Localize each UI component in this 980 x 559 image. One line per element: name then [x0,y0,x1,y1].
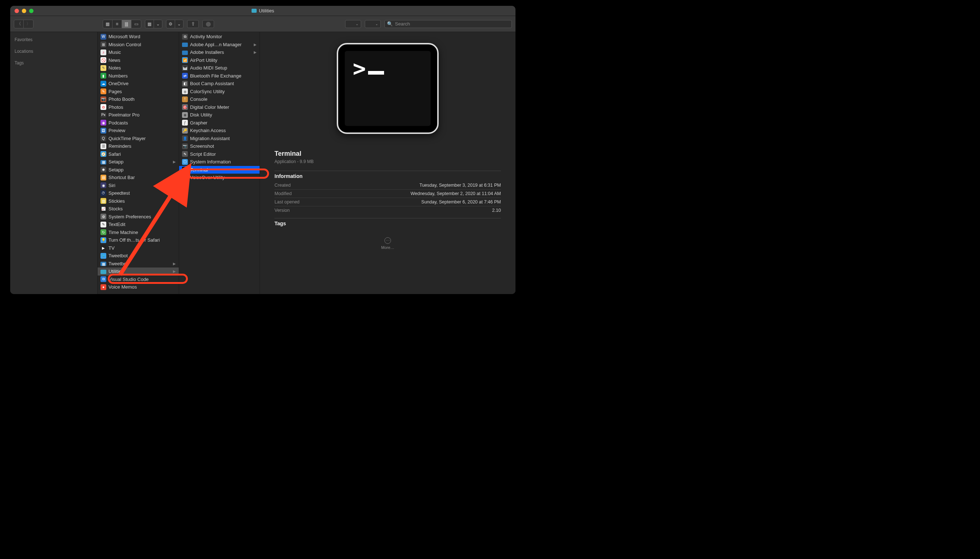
share-icon: ⇧ [191,21,195,26]
list-item[interactable]: Adobe Installers▶ [179,48,260,56]
path-dropdown-1[interactable]: ⌄ [345,20,361,28]
list-item[interactable]: ✎Notes [98,64,179,72]
sidebar-favorites-heading[interactable]: Favorites [15,35,93,45]
list-item[interactable]: ▤Shortcut Bar [98,174,179,182]
search-input[interactable]: 🔍 Search [384,20,512,28]
list-item[interactable]: ●Voice Memos [98,283,179,291]
list-item[interactable]: ⧉Visual Studio Code [98,276,179,283]
info-value: Tuesday, September 3, 2019 at 6:31 PM [419,183,501,188]
list-item[interactable]: ⇄Bluetooth File Exchange [179,72,260,80]
more-button[interactable]: ⋯ More… [275,237,501,250]
sidebar-locations-heading[interactable]: Locations [15,46,93,56]
list-item-label: Time Machine [109,230,176,235]
list-item[interactable]: PxPixelmator Pro [98,111,179,119]
app-icon: ◉ [101,120,106,126]
list-item[interactable]: ▮Numbers [98,72,179,80]
more-label: More… [275,245,501,250]
list-item[interactable]: ◉Siri [98,182,179,190]
list-item[interactable]: ☰Reminders [98,142,179,150]
list-item[interactable]: 📷Screenshot [179,142,260,150]
app-icon: W [101,34,106,40]
tags-button[interactable]: ⬤ [202,20,214,28]
minimize-icon[interactable] [22,9,26,13]
list-item-label: System Information [190,159,257,164]
list-item[interactable]: >Terminal [179,166,260,174]
list-item-label: Tweetbot [109,253,176,258]
list-item[interactable]: ◉Podcasts [98,119,179,127]
icon-view-button[interactable]: ▦ [103,20,113,28]
list-item[interactable]: 🐦Tweetbot [98,252,179,260]
list-item[interactable]: Adobe Appl…n Manager▶ [179,41,260,49]
list-item-label: Mission Control [109,42,176,47]
list-item[interactable]: 💡Turn Off th…ts for Safari [98,236,179,244]
share-button[interactable]: ⇧ [187,20,199,28]
list-item[interactable]: ▧Stickies [98,197,179,205]
ellipsis-icon: ⋯ [384,237,391,244]
list-item[interactable]: ▦Tweetbot▶ [98,260,179,268]
list-item[interactable]: ⧉Activity Monitor [179,33,260,41]
list-item[interactable]: Utilities▶ [98,268,179,276]
maximize-icon[interactable] [29,9,33,13]
list-item[interactable]: 📈Stocks [98,205,179,213]
finder-body: Favorites Locations Tags WMicrosoft Word… [10,32,515,294]
app-icon: Px [101,112,106,118]
list-item[interactable]: ⏱Speedtest [98,189,179,197]
list-item[interactable]: WMicrosoft Word [98,33,179,41]
list-item[interactable]: !Console [179,95,260,103]
information-heading: Information [275,171,501,181]
close-icon[interactable] [15,9,19,13]
list-item[interactable]: ◉Disk Utility [179,111,260,119]
list-item[interactable]: ◉ColorSync Utility [179,88,260,96]
info-key: Created [275,183,290,188]
list-view-button[interactable]: ≡ [113,20,122,28]
list-item[interactable]: ⊞Mission Control [98,41,179,49]
list-item-label: Audio MIDI Setup [190,65,257,71]
app-icon: 📷 [182,143,188,149]
list-item-label: Tweetbot [109,261,170,266]
tags-heading: Tags [275,218,501,228]
sidebar-tags-heading[interactable]: Tags [15,58,93,68]
list-item[interactable]: 🖼Preview [98,127,179,135]
list-item[interactable]: ✿Photos [98,103,179,111]
list-item[interactable]: QQuickTime Player [98,135,179,143]
list-item[interactable]: ◧Boot Camp Assistant [179,80,260,88]
list-item[interactable]: 🎯Digital Color Meter [179,103,260,111]
path-dropdown-2[interactable]: ⌄ [365,20,381,28]
gallery-view-button[interactable]: ▭ [131,20,141,28]
list-item[interactable]: ✱Setapp [98,166,179,174]
list-item[interactable]: 👤VoiceOver Utility [179,174,260,182]
folder-icon: ▦ [101,160,106,164]
list-item[interactable]: ⓘSystem Information [179,158,260,166]
list-item-label: Stocks [109,206,176,212]
list-item[interactable]: ▦Setapp▶ [98,158,179,166]
list-item[interactable]: 📶AirPort Utility [179,56,260,64]
column-utilities: ⧉Activity MonitorAdobe Appl…n Manager▶Ad… [179,32,260,294]
list-item[interactable]: ▶TV [98,244,179,252]
info-value: Wednesday, September 2, 2020 at 11:04 AM [411,191,501,196]
list-item[interactable]: 📷Photo Booth [98,95,179,103]
action-dropdown[interactable]: ⚙⌄ [166,20,184,28]
list-item[interactable]: 🎹Audio MIDI Setup [179,64,260,72]
list-item[interactable]: ✎TextEdit [98,220,179,228]
chevron-right-icon: ▶ [254,50,257,54]
terminal-prompt: > [345,51,430,126]
list-item[interactable]: ♪Music [98,48,179,56]
list-item[interactable]: 🔑Keychain Access [179,127,260,135]
list-item[interactable]: 🧭Safari [98,150,179,158]
app-icon: ! [182,96,188,102]
list-item[interactable]: ✎Script Editor [179,150,260,158]
list-item[interactable]: 🚫News [98,56,179,64]
list-item[interactable]: 👤Migration Assistant [179,135,260,143]
forward-button[interactable]: 〉 [24,20,33,28]
list-item[interactable]: ↻Time Machine [98,228,179,237]
back-button[interactable]: 〈 [14,20,24,28]
list-item-label: Photo Booth [109,96,176,102]
list-item[interactable]: ƒGrapher [179,119,260,127]
list-item[interactable]: ⚙System Preferences [98,213,179,221]
list-item[interactable]: ✎Pages [98,88,179,96]
list-item-label: Keychain Access [190,128,257,133]
list-item[interactable]: ☁OneDrive [98,80,179,88]
app-icon: ⧉ [101,276,106,282]
column-view-button[interactable]: ||| [122,20,131,28]
arrange-dropdown[interactable]: ▦⌄ [145,20,162,28]
